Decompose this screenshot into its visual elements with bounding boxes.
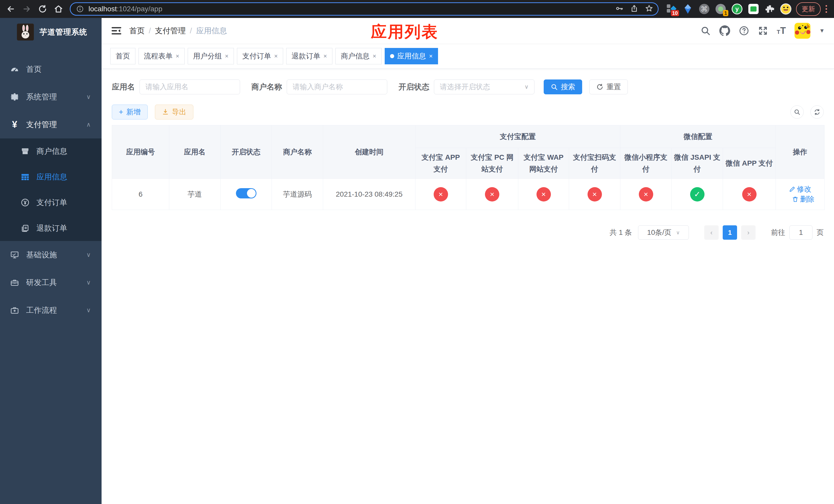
font-size-icon[interactable]: TT [777, 26, 786, 36]
sidebar-item-refund-order[interactable]: 退款订单 [0, 215, 102, 241]
active-dot [390, 54, 394, 58]
apps-table: 应用编号 应用名 开启状态 商户名称 创建时间 支付宝配置 微信配置 操作 支付… [112, 125, 825, 210]
url-text[interactable]: localhost:1024/pay/app [88, 5, 612, 13]
status-select[interactable]: 请选择开启状态 ∨ [434, 79, 534, 94]
table-toolbar: + 新增 导出 [112, 105, 824, 119]
fullscreen-icon[interactable] [758, 26, 768, 36]
tab-app-info[interactable]: 应用信息× [385, 48, 438, 64]
help-icon[interactable] [739, 26, 749, 36]
chevron-down-icon: ∨ [86, 251, 91, 258]
extensions-puzzle-icon[interactable] [764, 3, 775, 15]
sidebar-item-label: 基础设施 [26, 250, 57, 260]
sidebar-item-devtools[interactable]: 研发工具 ∨ [0, 269, 102, 296]
bookmark-star-icon[interactable] [645, 4, 653, 14]
browser-forward-icon[interactable] [20, 2, 34, 16]
extension-kite-icon[interactable] [682, 3, 694, 15]
cell-merchant: 芋道源码 [272, 179, 323, 210]
col-alipay-wap: 支付宝 WAP 网站支付 [518, 148, 569, 179]
address-bar[interactable]: localhost:1024/pay/app [70, 2, 659, 16]
cell-wechat-mini: × [620, 179, 672, 210]
page-number-button[interactable]: 1 [723, 225, 737, 240]
browser-back-icon[interactable] [4, 2, 18, 16]
sidebar-item-system[interactable]: 系统管理 ∨ [0, 83, 102, 111]
extension-command-icon[interactable]: ⌘ [699, 3, 710, 15]
sidebar-item-merchant-info[interactable]: 商户信息 [0, 138, 102, 164]
sidebar-collapse-icon[interactable] [111, 25, 122, 37]
browser-update-button[interactable]: 更新 [796, 2, 821, 16]
col-ops: 操作 [776, 125, 825, 179]
browser-reload-icon[interactable] [36, 2, 50, 16]
sidebar-item-workflow[interactable]: 工作流程 ∨ [0, 296, 102, 324]
edit-link[interactable]: 修改 [789, 184, 811, 194]
goto-label: 前往 [771, 228, 785, 237]
search-icon[interactable] [700, 26, 711, 36]
chevron-up-icon: ∧ [86, 121, 91, 128]
sidebar-item-app-info[interactable]: 应用信息 [0, 164, 102, 190]
tab-close-icon[interactable]: × [176, 52, 179, 60]
breadcrumb-payment[interactable]: 支付管理 [155, 26, 186, 36]
tab-close-icon[interactable]: × [274, 52, 278, 60]
prev-page-button[interactable]: ‹ [704, 225, 719, 240]
browser-profile-avatar[interactable] [780, 3, 791, 15]
user-avatar[interactable] [794, 23, 810, 39]
breadcrumb-home[interactable]: 首页 [129, 26, 145, 36]
col-wechat-jsapi: 微信 JSAPI 支付 [672, 148, 723, 179]
sidebar-item-infra[interactable]: 基础设施 ∨ [0, 241, 102, 269]
goto-page-input[interactable] [789, 225, 812, 240]
export-button[interactable]: 导出 [155, 105, 193, 119]
chevron-down-icon[interactable]: ▼ [819, 27, 825, 34]
status-icon: × [588, 187, 602, 202]
tab-label: 首页 [116, 51, 130, 61]
tab-close-icon[interactable]: × [323, 52, 327, 60]
share-icon[interactable] [630, 4, 638, 14]
add-button[interactable]: + 新增 [112, 105, 148, 119]
browser-home-icon[interactable] [51, 2, 66, 16]
sidebar-item-label: 工作流程 [26, 305, 57, 316]
tab-merchant-info[interactable]: 商户信息× [335, 48, 381, 64]
browser-menu-icon[interactable] [824, 5, 828, 13]
table-settings [790, 105, 824, 119]
col-wechat-mini: 微信小程序支付 [620, 148, 672, 179]
breadcrumb-separator: / [190, 26, 192, 35]
sidebar-logo[interactable]: 芋道管理系统 [0, 18, 102, 46]
sidebar-item-payment[interactable]: ¥ 支付管理 ∧ [0, 111, 102, 138]
sidebar-item-label: 研发工具 [26, 277, 57, 288]
store-icon [20, 147, 30, 156]
sidebar-item-pay-order[interactable]: 支付订单 [0, 190, 102, 215]
next-page-button[interactable]: › [741, 225, 755, 240]
site-info-icon[interactable] [75, 4, 85, 14]
tab-process-form[interactable]: 流程表单× [138, 48, 185, 64]
reset-button[interactable]: 重置 [589, 79, 628, 94]
tab-close-icon[interactable]: × [225, 52, 228, 60]
tab-close-icon[interactable]: × [373, 52, 376, 60]
dashboard-icon [10, 65, 20, 74]
col-status: 开启状态 [221, 125, 272, 179]
search-button[interactable]: 搜索 [544, 79, 582, 94]
app-name-input[interactable] [139, 79, 240, 94]
extension-y-icon[interactable]: y [731, 3, 743, 15]
tab-close-icon[interactable]: × [429, 52, 433, 60]
col-app-id: 应用编号 [112, 125, 169, 179]
extension-chat-icon[interactable] [748, 3, 759, 15]
col-merchant: 商户名称 [272, 125, 323, 179]
navbar-actions: TT ▼ [700, 23, 825, 39]
page-size-select[interactable]: 10条/页 ∨ [638, 225, 689, 240]
table-refresh-icon[interactable] [810, 105, 824, 119]
tab-refund-order[interactable]: 退款订单× [286, 48, 332, 64]
extension-grid-icon[interactable]: 10 [666, 3, 677, 15]
tab-label: 退款订单 [291, 51, 320, 61]
password-key-icon[interactable] [615, 4, 623, 14]
sidebar-item-home[interactable]: 首页 [0, 55, 102, 83]
merchant-name-input[interactable] [287, 79, 387, 94]
table-search-toggle-icon[interactable] [790, 105, 804, 119]
delete-link[interactable]: 删除 [792, 194, 814, 204]
breadcrumb-current: 应用信息 [196, 26, 227, 36]
status-icon: × [639, 187, 653, 202]
app: 芋道管理系统 首页 系统管理 ∨ ¥ [0, 18, 834, 504]
github-icon[interactable] [719, 25, 730, 36]
tab-pay-order[interactable]: 支付订单× [237, 48, 283, 64]
enabled-toggle[interactable] [236, 188, 257, 199]
extension-lens-icon[interactable]: 1 [715, 3, 726, 15]
tab-home[interactable]: 首页 [110, 48, 135, 64]
tab-user-group[interactable]: 用户分组× [188, 48, 234, 64]
